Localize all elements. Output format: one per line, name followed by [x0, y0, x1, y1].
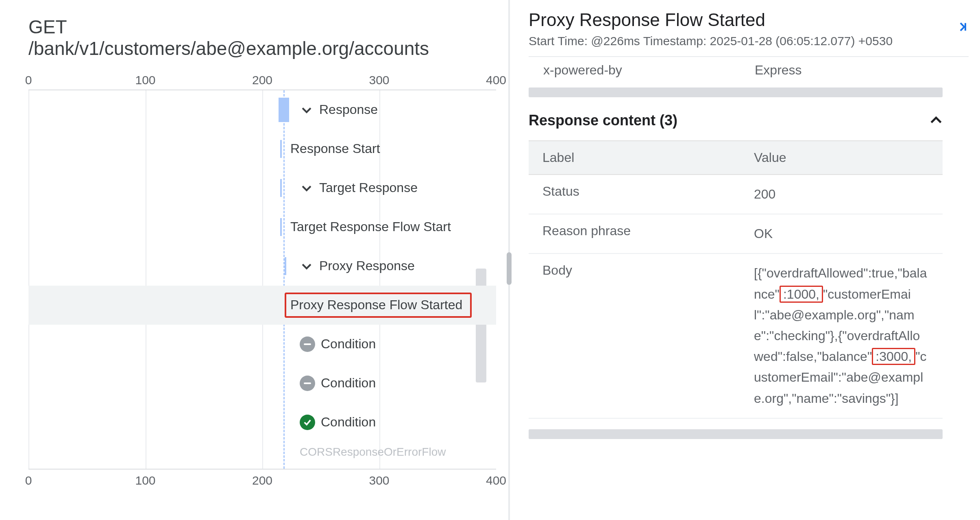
table-row: Body [{"overdraftAllowed":true,"balance"… — [529, 254, 943, 418]
request-path: /bank/v1/customers/abe@example.org/accou… — [28, 38, 496, 59]
section-response-content[interactable]: Response content (3) — [529, 112, 969, 129]
highlighted-value: :1000, — [780, 286, 823, 303]
timeline-row[interactable]: Target Response — [28, 168, 496, 208]
timeline-row: CORSResponseOrErrorFlow — [28, 442, 496, 462]
cell-value: 200 — [740, 175, 943, 214]
timeline-row-label: Proxy Response — [319, 258, 415, 273]
col-value: Value — [740, 141, 943, 174]
axis-tick: 0 — [25, 474, 32, 487]
axis-tick: 100 — [135, 474, 155, 487]
timeline-row[interactable]: Response — [28, 90, 496, 129]
timeline-row-label: Proxy Response Flow Started — [290, 297, 462, 312]
header-section-scrollbar[interactable] — [529, 87, 943, 97]
header-label: x-powered-by — [543, 63, 755, 78]
timeline-row[interactable]: Condition — [28, 403, 496, 442]
axis-tick: 0 — [25, 73, 32, 87]
timeline-row-label: Condition — [321, 415, 376, 430]
axis-tick: 400 — [486, 73, 506, 87]
timeline-row[interactable]: Target Response Flow Start — [28, 208, 496, 247]
request-method: GET — [28, 16, 496, 38]
cell-label: Reason phrase — [529, 214, 740, 247]
axis-tick: 200 — [252, 474, 272, 487]
section-title: Response content (3) — [529, 112, 677, 129]
duration-bar — [279, 98, 289, 122]
timeline-row-label: Response Start — [290, 141, 380, 156]
timeline-row-label: Target Response — [319, 180, 418, 195]
axis-top: 0100200300400 — [28, 70, 496, 90]
response-section-scrollbar[interactable] — [529, 429, 943, 439]
cell-value: OK — [740, 214, 943, 253]
cell-label: Body — [529, 254, 740, 287]
axis-tick: 300 — [369, 474, 389, 487]
timeline-row-label: CORSResponseOrErrorFlow — [300, 446, 446, 459]
detail-panel: Proxy Response Flow Started Start Time: … — [510, 0, 980, 520]
timeline-row-label: Condition — [321, 336, 376, 352]
axis-tick: 200 — [252, 73, 272, 87]
timeline-row[interactable]: Proxy Response — [28, 247, 496, 286]
header-value: Express — [755, 63, 802, 78]
header-row-x-powered-by: x-powered-by Express — [529, 57, 969, 83]
table-row: Status200 — [529, 175, 943, 214]
timeline-panel: GET /bank/v1/customers/abe@example.org/a… — [0, 0, 508, 520]
timeline-row-label: Target Response Flow Start — [290, 219, 451, 234]
timeline-row[interactable]: Proxy Response Flow Started — [28, 286, 496, 325]
event-tick — [280, 140, 282, 158]
chevron-down-icon[interactable] — [300, 103, 314, 117]
event-tick — [280, 179, 282, 197]
timeline-chart[interactable]: ResponseResponse StartTarget ResponseTar… — [28, 90, 496, 469]
minus-circle-icon — [300, 336, 315, 352]
axis-tick: 400 — [486, 474, 506, 487]
chevron-down-icon[interactable] — [300, 181, 314, 195]
detail-title: Proxy Response Flow Started — [529, 10, 893, 30]
response-content-table: Label Value Status200Reason phraseOK Bod… — [529, 140, 943, 419]
timeline-row[interactable]: Response Start — [28, 129, 496, 168]
cell-value-body: [{"overdraftAllowed":true,"balance":1000… — [740, 254, 943, 417]
table-header: Label Value — [529, 140, 943, 175]
detail-subtitle: Start Time: @226ms Timestamp: 2025-01-28… — [529, 34, 893, 48]
axis-tick: 300 — [369, 73, 389, 87]
axis-bottom: 0100200300400 — [28, 469, 496, 489]
event-tick — [280, 218, 282, 236]
check-circle-icon — [300, 415, 315, 430]
chevron-up-icon — [928, 112, 944, 129]
collapse-panel-icon[interactable] — [956, 20, 969, 33]
timeline-row[interactable]: Condition — [28, 364, 496, 403]
event-tick — [285, 296, 286, 314]
axis-tick: 100 — [135, 73, 155, 87]
event-tick — [285, 257, 286, 275]
minus-circle-icon — [300, 376, 315, 391]
timeline-row[interactable]: Condition — [28, 325, 496, 364]
timeline-row-label: Response — [319, 102, 378, 117]
table-row: Reason phraseOK — [529, 214, 943, 254]
timeline-row-label: Condition — [321, 376, 376, 391]
col-label: Label — [529, 141, 740, 174]
chevron-down-icon[interactable] — [300, 259, 314, 273]
cell-label: Status — [529, 175, 740, 208]
highlighted-value: :3000, — [872, 348, 915, 365]
